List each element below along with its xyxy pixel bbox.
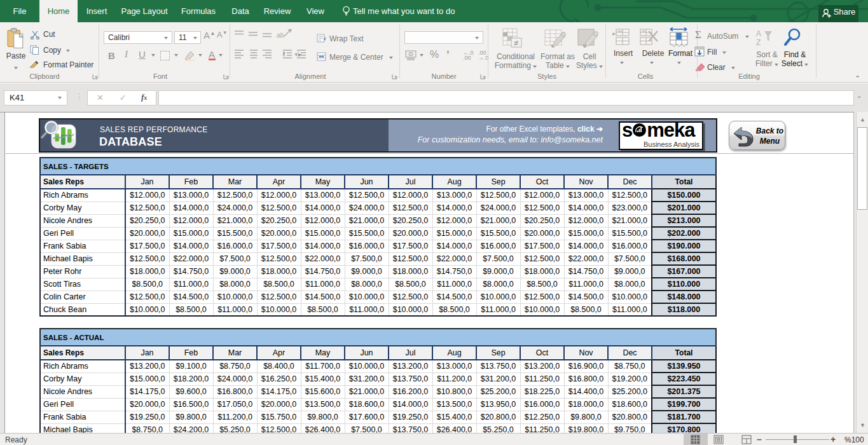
svg-text:Z: Z (756, 38, 761, 47)
svg-text:A: A (756, 29, 761, 38)
